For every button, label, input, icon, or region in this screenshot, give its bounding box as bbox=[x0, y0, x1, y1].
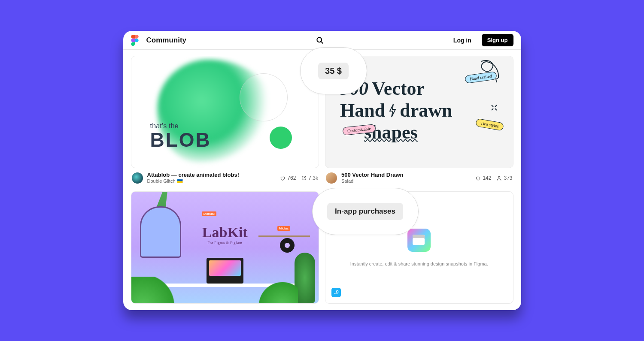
card-meta: Attablob — create animated blobs! Double… bbox=[131, 168, 319, 189]
plugin-badge-icon bbox=[331, 288, 341, 297]
heart-icon bbox=[475, 175, 481, 181]
price-callout: 35 $ bbox=[300, 47, 367, 94]
grass-graphic bbox=[131, 277, 176, 304]
avatar[interactable] bbox=[326, 172, 337, 184]
avatar[interactable] bbox=[132, 172, 143, 184]
iap-badge: In-app purchases bbox=[327, 203, 403, 220]
heart-icon bbox=[280, 175, 286, 181]
glass-circle-graphic bbox=[240, 73, 288, 121]
sparkle-doodle-icon bbox=[490, 103, 498, 112]
resource-card: that's the BLOB Attablob — create animat… bbox=[131, 56, 319, 189]
thumbnail-blob[interactable]: that's the BLOB bbox=[131, 56, 319, 168]
donut-graphic bbox=[280, 238, 295, 253]
login-link[interactable]: Log in bbox=[453, 37, 471, 44]
card-meta: 500 Vector Hand Drawn Saiad 142 373 bbox=[325, 168, 513, 189]
card-author[interactable]: Double Glitch 🇺🇦 bbox=[147, 178, 276, 184]
card-stats: 142 373 bbox=[475, 175, 512, 181]
card-stats: 762 7.3k bbox=[280, 175, 318, 181]
svg-point-2 bbox=[498, 176, 500, 178]
window-graphic bbox=[140, 206, 181, 258]
likes-stat[interactable]: 142 bbox=[475, 175, 491, 181]
brand-label[interactable]: Community bbox=[146, 36, 187, 45]
card-title[interactable]: 500 Vector Hand Drawn bbox=[341, 172, 471, 178]
open-icon bbox=[301, 175, 307, 181]
green-dot-graphic bbox=[270, 127, 292, 149]
signup-button[interactable]: Sign up bbox=[482, 34, 513, 46]
selection-tag: Manual bbox=[202, 211, 216, 216]
grass-graphic bbox=[259, 282, 298, 304]
user-icon bbox=[496, 175, 502, 181]
svg-point-0 bbox=[317, 37, 322, 42]
app-window: Community Log in Sign up that's the BLOB bbox=[123, 31, 521, 310]
likes-stat[interactable]: 762 bbox=[280, 175, 296, 181]
thumbnail-labkit[interactable]: LabKit For Figma & FigJam Manual Micias bbox=[131, 191, 319, 304]
thumb-text: LabKit For Figma & FigJam bbox=[202, 224, 248, 245]
card-author[interactable]: Saiad bbox=[341, 178, 471, 184]
monitor-graphic bbox=[207, 258, 243, 284]
shelf-graphic bbox=[258, 235, 310, 237]
svg-line-1 bbox=[321, 41, 323, 43]
search-area bbox=[194, 36, 446, 45]
bolt-doodle-icon bbox=[389, 103, 396, 118]
iap-callout: In-app purchases bbox=[312, 188, 419, 235]
figma-logo-icon bbox=[131, 35, 139, 46]
thumb-text: that's the BLOB bbox=[150, 122, 211, 150]
resource-card: LabKit For Figma & FigJam Manual Micias bbox=[131, 191, 319, 304]
selection-tag: Micias bbox=[277, 226, 291, 231]
search-icon[interactable] bbox=[316, 36, 324, 45]
price-badge: 35 $ bbox=[318, 63, 349, 79]
uses-stat[interactable]: 7.3k bbox=[301, 175, 318, 181]
card-title[interactable]: Attablob — create animated blobs! bbox=[147, 172, 276, 178]
app-icon bbox=[407, 229, 431, 252]
users-stat[interactable]: 373 bbox=[496, 175, 512, 181]
thumb-description: Instantly create, edit & share stunning … bbox=[350, 261, 488, 266]
